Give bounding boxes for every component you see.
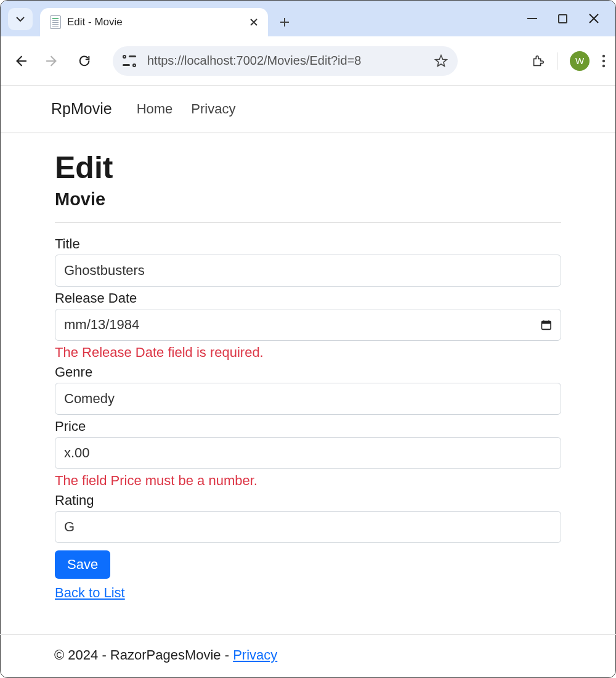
- form-group-releasedate: Release Date The Release Date field is r…: [55, 290, 561, 361]
- price-input-field[interactable]: [64, 445, 552, 461]
- back-to-list-link[interactable]: Back to List: [55, 585, 125, 600]
- price-label: Price: [55, 419, 561, 435]
- tab-list-button[interactable]: [8, 8, 33, 30]
- url-text: https://localhost:7002/Movies/Edit?id=8: [147, 54, 429, 68]
- site-settings-icon[interactable]: [123, 55, 139, 67]
- star-icon: [434, 54, 448, 68]
- puzzle-icon: [531, 54, 545, 68]
- nav-privacy[interactable]: Privacy: [191, 101, 235, 117]
- footer-privacy-link[interactable]: Privacy: [233, 647, 277, 663]
- chevron-down-icon: [15, 14, 25, 24]
- rating-label: Rating: [55, 492, 561, 508]
- genre-input[interactable]: [55, 383, 561, 415]
- arrow-right-icon: [46, 54, 59, 68]
- form-group-title: Title: [55, 236, 561, 287]
- calendar-icon[interactable]: [540, 319, 553, 331]
- title-input-field[interactable]: [64, 263, 552, 279]
- close-icon: [249, 18, 258, 27]
- rating-input[interactable]: [55, 511, 561, 543]
- divider: [55, 222, 561, 223]
- title-input[interactable]: [55, 255, 561, 287]
- plus-icon: [279, 17, 290, 28]
- reload-icon: [78, 54, 91, 68]
- tab-title: Edit - Movie: [67, 16, 247, 28]
- close-window-button[interactable]: [588, 13, 599, 24]
- genre-label: Genre: [55, 364, 561, 380]
- releasedate-error: The Release Date field is required.: [55, 345, 561, 361]
- maximize-button[interactable]: [558, 14, 567, 23]
- address-bar[interactable]: https://localhost:7002/Movies/Edit?id=8: [113, 46, 458, 76]
- arrow-left-icon: [14, 54, 27, 68]
- site-navbar: RpMovie Home Privacy: [1, 86, 615, 133]
- page-content: Edit Movie Title Release Date The Releas…: [1, 133, 615, 601]
- back-button[interactable]: [10, 54, 30, 68]
- close-icon: [588, 13, 599, 24]
- avatar-initial: W: [575, 55, 584, 66]
- form-group-price: Price The field Price must be a number.: [55, 419, 561, 489]
- svg-point-0: [602, 54, 605, 57]
- extensions-button[interactable]: [531, 54, 545, 68]
- browser-tab-strip: Edit - Movie: [1, 1, 615, 36]
- page-subheading: Movie: [55, 189, 561, 210]
- releasedate-label: Release Date: [55, 290, 561, 306]
- svg-rect-4: [541, 321, 551, 324]
- form-group-genre: Genre: [55, 364, 561, 415]
- rating-input-field[interactable]: [64, 519, 552, 535]
- new-tab-button[interactable]: [279, 17, 290, 28]
- browser-toolbar: https://localhost:7002/Movies/Edit?id=8 …: [1, 36, 615, 86]
- favicon-icon: [50, 15, 61, 29]
- title-label: Title: [55, 236, 561, 252]
- svg-point-1: [602, 59, 605, 62]
- price-error: The field Price must be a number.: [55, 473, 561, 489]
- price-input[interactable]: [55, 437, 561, 469]
- footer-text: © 2024 - RazorPagesMovie -: [54, 647, 233, 663]
- reload-button[interactable]: [75, 54, 94, 68]
- brand[interactable]: RpMovie: [51, 100, 112, 118]
- window-controls: [527, 1, 609, 36]
- page-heading: Edit: [55, 150, 561, 186]
- nav-home[interactable]: Home: [137, 101, 173, 117]
- profile-avatar[interactable]: W: [570, 51, 590, 71]
- kebab-icon: [602, 54, 606, 68]
- releasedate-input[interactable]: [55, 309, 561, 341]
- genre-input-field[interactable]: [64, 391, 552, 407]
- releasedate-input-field[interactable]: [64, 317, 540, 333]
- browser-menu-button[interactable]: [602, 54, 606, 68]
- toolbar-divider: [557, 52, 557, 70]
- minimize-button[interactable]: [527, 18, 537, 19]
- browser-tab[interactable]: Edit - Movie: [40, 8, 268, 36]
- site-footer: © 2024 - RazorPagesMovie - Privacy: [0, 634, 616, 663]
- bookmark-button[interactable]: [434, 54, 448, 68]
- forward-button: [43, 54, 62, 68]
- svg-point-2: [602, 64, 605, 67]
- close-tab-button[interactable]: [247, 15, 261, 29]
- form-group-rating: Rating: [55, 492, 561, 543]
- save-button[interactable]: Save: [55, 550, 110, 579]
